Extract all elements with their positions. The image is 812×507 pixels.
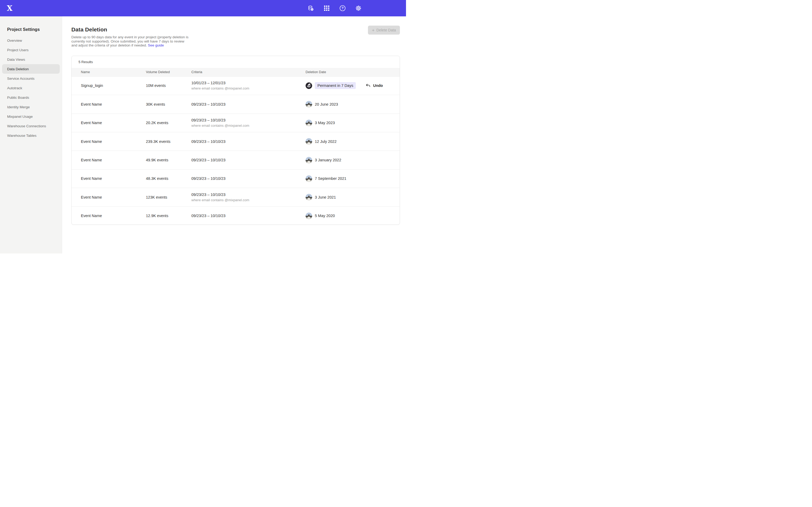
deletion-name: Signup_login	[81, 83, 146, 88]
deletion-name: Event Name	[81, 102, 146, 106]
deletion-date: 3 May 2023	[315, 121, 335, 125]
sidebar-item-overview[interactable]: Overview	[2, 36, 60, 45]
deletion-date: 5 May 2020	[315, 214, 335, 218]
deletion-date-cell: 3 May 2023	[306, 120, 400, 126]
criteria-cell: 09/23/23 – 10/10/23	[191, 158, 306, 162]
top-nav: X	[0, 0, 406, 16]
delete-data-button[interactable]: Delete Data	[368, 25, 400, 35]
data-management-icon[interactable]	[308, 5, 314, 11]
undo-button[interactable]: Undo	[365, 83, 383, 88]
criteria-cell: 09/23/23 – 10/10/23	[191, 139, 306, 144]
criteria-cell: 10/01/23 – 12/01/23 where email contains…	[191, 81, 306, 90]
user-avatar	[306, 194, 312, 201]
table-row: Event Name 48.3K events 09/23/23 – 10/10…	[71, 169, 400, 188]
see-guide-link[interactable]: See guide	[148, 43, 164, 47]
help-icon[interactable]: ?	[339, 5, 346, 11]
criteria-range: 09/23/23 – 10/10/23	[191, 192, 306, 197]
criteria-cell: 09/23/23 – 10/10/23	[191, 176, 306, 181]
column-header-deletion-date: Deletion Date	[306, 70, 400, 74]
criteria-range: 09/23/23 – 10/10/23	[191, 214, 306, 218]
sidebar-item-data-deletion[interactable]: Data Deletion	[2, 64, 60, 74]
user-avatar	[306, 82, 312, 89]
deletion-name: Event Name	[81, 158, 146, 162]
table-row: Event Name 49.9K events 09/23/23 – 10/10…	[71, 151, 400, 169]
table-row: Event Name 20.2K events 09/23/23 – 10/10…	[71, 114, 400, 132]
user-avatar	[306, 120, 312, 126]
volume-deleted: 49.9K events	[146, 158, 191, 162]
criteria-filter: where email contains @mixpanel.com	[191, 198, 306, 202]
sidebar-item-data-views[interactable]: Data Views	[2, 55, 60, 64]
sidebar-item-project-users[interactable]: Project Users	[2, 45, 60, 55]
page-title: Data Deletion	[71, 26, 400, 33]
page-description: Delete up to 90 days data for any event …	[71, 35, 190, 48]
sidebar-item-service-accounts[interactable]: Service Accounts	[2, 74, 60, 83]
column-header-name: Name	[81, 70, 146, 74]
table-row: Event Name 123K events 09/23/23 – 10/10/…	[71, 188, 400, 206]
deletion-date-cell: 12 July 2022	[306, 138, 400, 145]
main-content: Data Deletion Delete up to 90 days data …	[62, 16, 406, 253]
table-row: Signup_login 10M events 10/01/23 – 12/01…	[71, 76, 400, 95]
table-row: Event Name 239.3K events 09/23/23 – 10/1…	[71, 132, 400, 151]
deletion-date: 3 June 2021	[315, 195, 336, 200]
nav-icon-group: ?	[308, 0, 362, 16]
settings-gear-icon[interactable]	[355, 5, 362, 11]
deletions-table-card: 5 Results Name Volume Deleted Criteria D…	[71, 56, 400, 225]
plus-icon	[372, 28, 374, 33]
criteria-cell: 09/23/23 – 10/10/23	[191, 214, 306, 218]
criteria-cell: 09/23/23 – 10/10/23 where email contains…	[191, 192, 306, 202]
apps-grid-icon[interactable]	[323, 5, 330, 11]
sidebar-item-warehouse-connections[interactable]: Warehouse Connections	[2, 121, 60, 131]
volume-deleted: 20.2K events	[146, 121, 191, 125]
deletion-date: 12 July 2022	[315, 139, 337, 144]
sidebar: Project Settings Overview Project Users …	[0, 16, 62, 253]
sidebar-item-autotrack[interactable]: Autotrack	[2, 83, 60, 93]
deletion-name: Event Name	[81, 195, 146, 200]
sidebar-item-identity-merge[interactable]: Identity Merge	[2, 102, 60, 112]
criteria-range: 09/23/23 – 10/10/23	[191, 102, 306, 106]
deletion-date: 20 June 2023	[315, 102, 338, 106]
undo-label: Undo	[373, 83, 383, 88]
criteria-range: 09/23/23 – 10/10/23	[191, 176, 306, 181]
sidebar-item-warehouse-tables[interactable]: Warehouse Tables	[2, 131, 60, 140]
user-avatar	[306, 101, 312, 108]
criteria-cell: 09/23/23 – 10/10/23 where email contains…	[191, 118, 306, 127]
deletion-date-cell: Permanent in 7 Days Undo	[306, 82, 400, 89]
description-text: Delete up to 90 days data for any event …	[71, 35, 189, 47]
column-header-criteria: Criteria	[191, 70, 306, 74]
criteria-cell: 09/23/23 – 10/10/23	[191, 102, 306, 106]
status-badge: Permanent in 7 Days	[315, 82, 356, 89]
deletion-name: Event Name	[81, 214, 146, 218]
user-avatar	[306, 175, 312, 182]
volume-deleted: 30K events	[146, 102, 191, 106]
mixpanel-x-logo-icon[interactable]: X	[7, 5, 12, 12]
criteria-range: 09/23/23 – 10/10/23	[191, 158, 306, 162]
criteria-range: 09/23/23 – 10/10/23	[191, 118, 306, 122]
criteria-filter: where email contains @mixpanel.com	[191, 124, 306, 127]
volume-deleted: 48.3K events	[146, 176, 191, 181]
volume-deleted: 10M events	[146, 83, 191, 88]
deletion-date-cell: 3 January 2022	[306, 157, 400, 163]
app-root: X	[0, 0, 406, 253]
volume-deleted: 12.9K events	[146, 214, 191, 218]
deletion-date-cell: 7 September 2021	[306, 175, 400, 182]
criteria-range: 09/23/23 – 10/10/23	[191, 139, 306, 144]
sidebar-nav: Overview Project Users Data Views Data D…	[0, 36, 62, 140]
user-avatar	[306, 213, 312, 219]
column-header-volume: Volume Deleted	[146, 70, 191, 74]
user-avatar	[306, 157, 312, 163]
criteria-filter: where email contains @mixpanel.com	[191, 87, 306, 90]
deletion-name: Event Name	[81, 176, 146, 181]
table-row: Event Name 12.9K events 09/23/23 – 10/10…	[71, 207, 400, 225]
criteria-range: 10/01/23 – 12/01/23	[191, 81, 306, 85]
sidebar-item-mixpanel-usage[interactable]: Mixpanel Usage	[2, 112, 60, 121]
delete-data-label: Delete Data	[376, 28, 396, 32]
deletion-name: Event Name	[81, 121, 146, 125]
volume-deleted: 123K events	[146, 195, 191, 200]
table-header-row: Name Volume Deleted Criteria Deletion Da…	[71, 68, 400, 76]
undo-icon	[365, 83, 370, 88]
user-avatar	[306, 138, 312, 145]
deletion-date-cell: 3 June 2021	[306, 194, 400, 201]
results-count: 5 Results	[71, 56, 400, 68]
svg-text:?: ?	[342, 6, 344, 10]
sidebar-item-public-boards[interactable]: Public Boards	[2, 93, 60, 102]
